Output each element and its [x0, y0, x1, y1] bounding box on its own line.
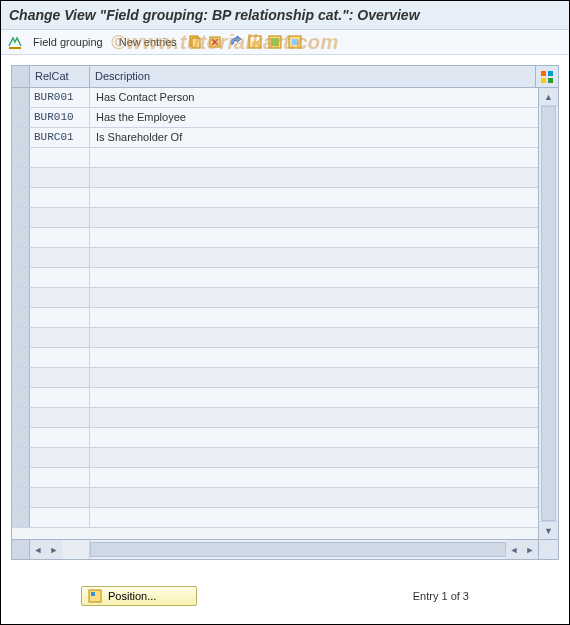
vscroll-thumb[interactable]	[541, 106, 556, 521]
cell-relcat[interactable]: BUR001	[30, 88, 90, 107]
row-selector[interactable]	[12, 148, 30, 167]
row-selector[interactable]	[12, 408, 30, 427]
table-row[interactable]	[12, 408, 538, 428]
table-row[interactable]	[12, 208, 538, 228]
cell-relcat[interactable]	[30, 168, 90, 187]
hscroll-thumb[interactable]	[90, 542, 506, 557]
row-selector[interactable]	[12, 288, 30, 307]
column-header-relcat[interactable]: RelCat	[30, 66, 90, 87]
cell-description[interactable]	[90, 488, 538, 507]
cell-relcat[interactable]	[30, 368, 90, 387]
cell-relcat[interactable]	[30, 308, 90, 327]
cell-description[interactable]: Has the Employee	[90, 108, 538, 127]
select-all-icon[interactable]	[267, 34, 283, 50]
cell-relcat[interactable]	[30, 268, 90, 287]
cell-description[interactable]	[90, 248, 538, 267]
cell-description[interactable]	[90, 428, 538, 447]
select-all-column[interactable]	[12, 66, 30, 87]
scroll-right2-arrow-icon[interactable]: ►	[522, 540, 538, 559]
row-selector[interactable]	[12, 108, 30, 127]
cell-relcat[interactable]	[30, 328, 90, 347]
row-selector[interactable]	[12, 468, 30, 487]
table-row[interactable]	[12, 308, 538, 328]
field-grouping-link[interactable]: Field grouping	[27, 34, 109, 50]
copy-icon[interactable]	[187, 34, 203, 50]
row-selector[interactable]	[12, 308, 30, 327]
row-selector[interactable]	[12, 348, 30, 367]
row-selector[interactable]	[12, 428, 30, 447]
table-row[interactable]	[12, 508, 538, 528]
new-entries-link[interactable]: New entries	[113, 34, 183, 50]
cell-relcat[interactable]	[30, 288, 90, 307]
table-row[interactable]	[12, 328, 538, 348]
table-row[interactable]	[12, 488, 538, 508]
table-row[interactable]	[12, 168, 538, 188]
cell-description[interactable]: Is Shareholder Of	[90, 128, 538, 147]
scroll-right-arrow-icon[interactable]: ►	[46, 540, 62, 559]
cell-description[interactable]	[90, 348, 538, 367]
cell-relcat[interactable]: BURC01	[30, 128, 90, 147]
row-selector[interactable]	[12, 448, 30, 467]
cell-description[interactable]	[90, 208, 538, 227]
table-row[interactable]	[12, 248, 538, 268]
undo-icon[interactable]	[227, 34, 243, 50]
cell-description[interactable]	[90, 148, 538, 167]
row-selector[interactable]	[12, 88, 30, 107]
row-selector[interactable]	[12, 508, 30, 527]
cell-relcat[interactable]	[30, 448, 90, 467]
cell-description[interactable]	[90, 468, 538, 487]
column-header-description[interactable]: Description	[90, 66, 536, 87]
table-row[interactable]	[12, 268, 538, 288]
table-row[interactable]	[12, 388, 538, 408]
cell-description[interactable]	[90, 408, 538, 427]
cell-description[interactable]	[90, 168, 538, 187]
cell-description[interactable]	[90, 328, 538, 347]
cell-relcat[interactable]	[30, 388, 90, 407]
table-row[interactable]: BUR010Has the Employee	[12, 108, 538, 128]
row-selector[interactable]	[12, 208, 30, 227]
row-selector[interactable]	[12, 328, 30, 347]
desc-hscroll[interactable]: ◄ ►	[90, 540, 538, 559]
cell-description[interactable]	[90, 228, 538, 247]
vertical-scrollbar[interactable]: ▲ ▼	[538, 88, 558, 539]
scroll-left-arrow-icon[interactable]: ◄	[30, 540, 46, 559]
row-selector[interactable]	[12, 128, 30, 147]
cell-description[interactable]	[90, 448, 538, 467]
cell-relcat[interactable]	[30, 188, 90, 207]
cell-relcat[interactable]	[30, 228, 90, 247]
toggle-icon[interactable]	[7, 34, 23, 50]
deselect-all-icon[interactable]	[287, 34, 303, 50]
row-selector[interactable]	[12, 268, 30, 287]
cell-description[interactable]: Has Contact Person	[90, 88, 538, 107]
cell-description[interactable]	[90, 508, 538, 527]
row-selector[interactable]	[12, 488, 30, 507]
row-selector[interactable]	[12, 368, 30, 387]
scroll-left2-arrow-icon[interactable]: ◄	[506, 540, 522, 559]
row-selector[interactable]	[12, 228, 30, 247]
cell-description[interactable]	[90, 368, 538, 387]
table-row[interactable]	[12, 468, 538, 488]
cell-relcat[interactable]: BUR010	[30, 108, 90, 127]
table-row[interactable]	[12, 428, 538, 448]
cell-description[interactable]	[90, 188, 538, 207]
table-row[interactable]	[12, 188, 538, 208]
cell-relcat[interactable]	[30, 428, 90, 447]
table-row[interactable]: BURC01Is Shareholder Of	[12, 128, 538, 148]
cell-relcat[interactable]	[30, 208, 90, 227]
cell-description[interactable]	[90, 308, 538, 327]
table-row[interactable]	[12, 448, 538, 468]
cell-relcat[interactable]	[30, 248, 90, 267]
relcat-hscroll[interactable]: ◄ ►	[30, 540, 90, 559]
cell-relcat[interactable]	[30, 348, 90, 367]
position-button[interactable]: Position...	[81, 586, 197, 606]
cell-description[interactable]	[90, 268, 538, 287]
cell-relcat[interactable]	[30, 468, 90, 487]
cell-relcat[interactable]	[30, 488, 90, 507]
scroll-down-arrow-icon[interactable]: ▼	[539, 521, 558, 539]
table-row[interactable]	[12, 288, 538, 308]
row-selector[interactable]	[12, 248, 30, 267]
save-icon[interactable]	[247, 34, 263, 50]
cell-description[interactable]	[90, 388, 538, 407]
table-row[interactable]	[12, 368, 538, 388]
cell-relcat[interactable]	[30, 148, 90, 167]
